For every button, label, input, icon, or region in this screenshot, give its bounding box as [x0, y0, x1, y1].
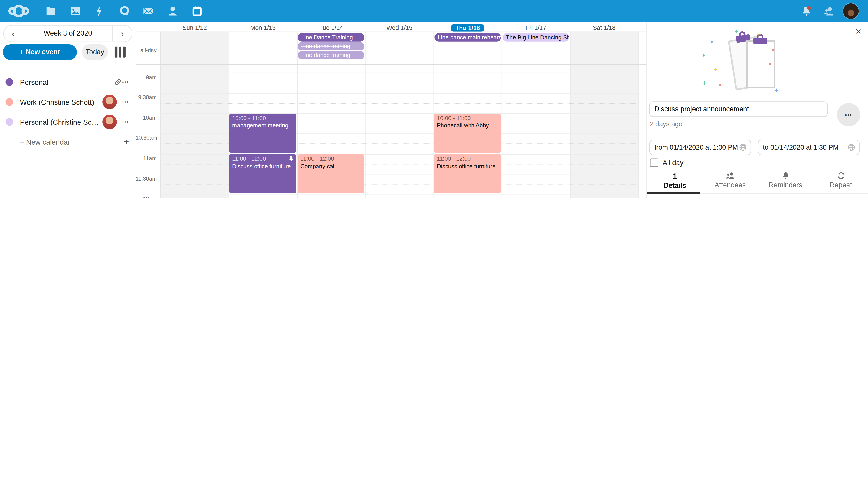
calendar-name: Work (Christine Schott)	[20, 98, 102, 106]
day-header: Mon 1/13	[229, 24, 297, 31]
time-axis-label: 9am	[135, 74, 157, 80]
repeat-icon	[837, 172, 845, 179]
tab-repeat[interactable]: Repeat	[813, 171, 868, 194]
week-range-label[interactable]: Week 3 of 2020	[23, 26, 113, 41]
calendar-list: Personal•••Work (Christine Schott)•••Per…	[0, 72, 135, 152]
time-axis-label: 11:30am	[135, 176, 157, 182]
today-button[interactable]: Today	[82, 44, 108, 60]
all-day-event[interactable]: Line dance main rehearsal	[434, 33, 501, 41]
event-illustration	[694, 29, 815, 94]
event-title-input[interactable]	[649, 102, 828, 117]
calendar-list-item[interactable]: Personal (Christine Scho…)•••	[0, 112, 135, 132]
week-navigation: ‹ Week 3 of 2020 ›	[3, 25, 132, 42]
next-week-button[interactable]: ›	[113, 26, 132, 41]
notifications-bell-icon[interactable]	[794, 0, 819, 22]
app-window: ‹ Week 3 of 2020 › + New event Today Per…	[0, 0, 868, 198]
calendar-week-grid: Sun 1/12Mon 1/13Tue 1/14Wed 1/15Thu 1/16…	[135, 22, 647, 198]
attendees-icon	[725, 172, 735, 179]
photos-app-icon[interactable]	[63, 0, 88, 22]
timezone-globe-icon	[847, 143, 855, 151]
calendar-actions-icon[interactable]: •••	[122, 119, 129, 125]
event-end-datetime[interactable]: to 01/14/2020 at 1:30 PM	[758, 140, 860, 155]
files-app-icon[interactable]	[39, 0, 63, 22]
close-icon[interactable]: ×	[856, 27, 862, 37]
day-header: Tue 1/14	[297, 24, 365, 31]
time-axis-label: 9:30am	[135, 94, 157, 101]
calendar-owner-avatar	[102, 115, 117, 129]
all-day-checkbox[interactable]	[650, 159, 658, 167]
nextcloud-logo-icon[interactable]	[6, 0, 31, 22]
day-header: Thu 1/16	[434, 24, 502, 31]
user-avatar[interactable]	[843, 3, 859, 19]
calendar-list-item[interactable]: Personal•••	[0, 72, 135, 92]
contacts-app-icon[interactable]	[160, 0, 185, 22]
calendar-actions-icon[interactable]: •••	[122, 79, 129, 85]
time-axis-label: 11am	[135, 155, 157, 161]
editor-tabs: i Details Attendees Reminders Repeat	[647, 171, 868, 194]
new-event-button[interactable]: + New event	[3, 44, 77, 60]
calendar-color-dot	[5, 98, 13, 106]
calendar-color-dot	[5, 118, 13, 126]
all-day-event[interactable]: Line dance training	[298, 51, 365, 59]
calendar-event[interactable]: 11:00 - 12:00Discuss office furniture	[229, 154, 296, 193]
time-axis-label: 12pm	[135, 196, 157, 198]
details-icon: i	[673, 172, 677, 180]
reminder-bell-icon	[288, 156, 294, 164]
day-header: Sun 1/12	[160, 24, 229, 31]
calendar-event[interactable]: 11:00 - 12:00Company call	[298, 154, 364, 193]
calendar-event[interactable]: 11:00 - 12:00Discuss office furniture	[434, 154, 501, 193]
all-day-event[interactable]: The Big Line Dancing Show	[502, 33, 569, 41]
calendar-name: Personal	[20, 78, 113, 86]
day-header: Sat 1/18	[570, 24, 638, 31]
timezone-globe-icon	[739, 143, 747, 151]
calendar-list-item[interactable]: Work (Christine Schott)•••	[0, 92, 135, 112]
share-link-icon[interactable]	[113, 78, 122, 86]
today-pill: Thu 1/16	[451, 24, 485, 32]
top-navigation-bar	[0, 0, 868, 22]
day-header: Wed 1/15	[365, 24, 434, 31]
previous-week-button[interactable]: ‹	[4, 26, 23, 41]
reminders-bell-icon	[782, 172, 789, 179]
event-editor-panel: × ••• 2 days ago from 01/14/2020 at 1:00…	[647, 22, 868, 198]
calendar-color-dot	[5, 78, 13, 86]
new-calendar-button[interactable]: + New calendar+	[0, 132, 135, 152]
mail-app-icon[interactable]	[136, 0, 160, 22]
event-actions-menu-icon[interactable]: •••	[837, 103, 860, 126]
contacts-menu-icon[interactable]	[816, 0, 841, 22]
day-header: Fri 1/17	[502, 24, 570, 31]
all-day-label: All day	[662, 159, 683, 167]
talk-app-icon[interactable]	[112, 0, 137, 22]
tab-details[interactable]: i Details	[647, 171, 703, 194]
event-start-datetime[interactable]: from 01/14/2020 at 1:00 PM	[649, 140, 751, 155]
calendar-owner-avatar	[102, 95, 117, 109]
calendar-event[interactable]: 10:00 - 11:00Phonecall with Abby	[434, 114, 501, 153]
time-grid: 9am9:30am10am10:30am11am11:30am12pm12:30…	[135, 65, 647, 198]
calendar-name: Personal (Christine Scho…)	[20, 118, 102, 126]
time-axis-label: 10am	[135, 114, 157, 121]
active-tab-underline	[647, 192, 700, 194]
tab-attendees[interactable]: Attendees	[703, 171, 758, 194]
all-day-event[interactable]: Line dance training	[298, 42, 365, 51]
tab-reminders[interactable]: Reminders	[758, 171, 813, 194]
sidebar: ‹ Week 3 of 2020 › + New event Today Per…	[0, 22, 135, 198]
week-view-toggle-icon[interactable]	[115, 47, 125, 58]
calendar-event[interactable]: 10:00 - 11:00management meeting	[229, 114, 296, 153]
activity-app-icon[interactable]	[88, 0, 112, 22]
calendar-actions-icon[interactable]: •••	[122, 99, 129, 105]
plus-icon: +	[124, 137, 129, 147]
all-day-event[interactable]: Line Dance Training	[298, 33, 365, 41]
time-axis-label: 10:30am	[135, 135, 157, 141]
last-modified-label: 2 days ago	[650, 120, 682, 128]
all-day-row-label: all-day	[135, 47, 157, 53]
